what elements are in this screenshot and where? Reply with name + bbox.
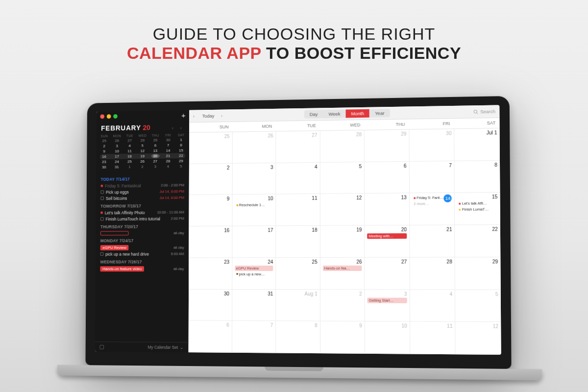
day-cell[interactable]: 26Hands-on fea… [320, 258, 365, 289]
day-cell[interactable]: 5 [320, 162, 365, 194]
view-week[interactable]: Week [323, 110, 345, 119]
day-cell[interactable]: 20Meeting with… [365, 225, 410, 257]
day-cell[interactable]: 11 [276, 194, 320, 225]
day-cell[interactable]: 24eGPU Reviewpick up a new… [232, 258, 276, 289]
day-cell[interactable]: 29 [365, 130, 410, 162]
day-cell[interactable]: 16 [189, 226, 232, 257]
day-cell[interactable]: 10Reschedule 1… [232, 195, 276, 226]
day-cell[interactable]: 3 [232, 163, 276, 195]
month-grid[interactable]: 252627282930Jul 12345678910Reschedule 1…… [189, 128, 501, 355]
day-cell[interactable]: 28 [410, 257, 455, 289]
day-cell[interactable]: 30 [409, 129, 455, 161]
search-input[interactable]: Search [473, 109, 495, 115]
day-cell[interactable]: 17 [232, 226, 276, 257]
prev-button[interactable]: ‹ [193, 113, 196, 119]
day-cell[interactable]: 15Let's talk Affi…Finish LumaT… [455, 193, 500, 224]
laptop-mockup: + FEBRUARY 20 ‹ › SUNMONTUEWEDTHUFRISAT … [85, 96, 512, 380]
day-cell[interactable]: 3Getting Start… [365, 290, 410, 321]
search-icon [473, 109, 478, 114]
day-cell[interactable]: 31 [232, 290, 276, 321]
day-cell[interactable]: 4 [410, 290, 456, 321]
close-icon[interactable] [100, 114, 104, 119]
day-cell[interactable]: 11 [410, 322, 456, 354]
calendar-app: + FEBRUARY 20 ‹ › SUNMONTUEWEDTHUFRISAT … [95, 105, 501, 354]
day-cell[interactable]: 4 [276, 163, 320, 194]
day-cell[interactable]: 8 [276, 321, 320, 353]
day-cell[interactable]: 23 [189, 258, 232, 289]
add-event-button[interactable]: + [181, 113, 186, 118]
day-cell[interactable]: 2 [189, 164, 233, 195]
today-button[interactable]: Today [198, 112, 218, 120]
day-cell[interactable]: 19 [320, 225, 365, 257]
day-cell[interactable]: 30 [189, 289, 232, 320]
day-cell[interactable]: 12 [456, 322, 501, 354]
day-cell[interactable]: 25 [189, 132, 233, 164]
day-cell[interactable]: 7 [232, 321, 276, 352]
day-cell[interactable]: 26 [232, 131, 276, 163]
day-cell[interactable]: 9 [189, 195, 233, 226]
agenda-list[interactable]: TODAY 7/14/17Friday 5: Fantastical2:00 -… [95, 172, 189, 343]
day-cell[interactable]: 5 [455, 290, 501, 321]
day-cell[interactable]: 6 [189, 321, 232, 352]
tasks-toggle-icon[interactable] [99, 344, 104, 349]
day-cell[interactable]: Aug 1 [276, 290, 320, 321]
mini-nav[interactable]: ‹ › [172, 125, 185, 130]
zoom-icon[interactable] [113, 114, 118, 119]
day-cell[interactable]: 13 [365, 194, 410, 225]
day-cell[interactable]: Jul 1 [455, 128, 500, 161]
mini-month-header: FEBRUARY 20 ‹ › [97, 120, 190, 133]
svg-point-0 [474, 110, 477, 113]
marketing-headline: GUIDE TO CHOOSING THE RIGHT CALENDAR APP… [0, 0, 588, 77]
day-cell[interactable]: 18 [276, 226, 320, 257]
day-cell[interactable]: 9 [320, 321, 365, 353]
sidebar: + FEBRUARY 20 ‹ › SUNMONTUEWEDTHUFRISAT … [95, 110, 190, 352]
day-cell[interactable]: 22 [455, 225, 501, 257]
day-cell[interactable]: 8 [455, 161, 500, 193]
minimize-icon[interactable] [107, 114, 111, 119]
next-button[interactable]: › [221, 113, 223, 119]
view-selector[interactable]: Day Week Month Year [304, 109, 390, 119]
view-year[interactable]: Year [369, 109, 390, 118]
day-cell[interactable]: 27 [276, 131, 320, 162]
day-cell[interactable]: 21 [410, 225, 455, 257]
day-cell[interactable]: 27 [365, 257, 410, 289]
chevron-down-icon: ⌄ [180, 345, 184, 350]
day-cell[interactable]: 7 [410, 161, 455, 193]
day-cell[interactable]: 6 [365, 162, 410, 194]
day-cell[interactable]: 12 [320, 194, 365, 225]
view-month[interactable]: Month [346, 109, 370, 118]
headline-accent: CALENDAR APP [127, 44, 261, 62]
headline-line1: GUIDE TO CHOOSING THE RIGHT [10, 24, 578, 44]
view-day[interactable]: Day [304, 110, 323, 118]
day-cell[interactable]: 10 [365, 321, 410, 353]
day-cell[interactable]: 25 [276, 258, 320, 289]
day-cell[interactable]: 28 [320, 130, 365, 162]
day-cell[interactable]: 29 [455, 257, 501, 289]
svg-line-1 [477, 113, 478, 114]
day-cell[interactable]: 14Friday 5: Fant…2 more… [410, 193, 455, 225]
day-cell[interactable]: 2 [320, 290, 365, 321]
main-calendar: ‹ Today › Day Week Month Year Search [189, 105, 501, 354]
sidebar-footer[interactable]: My Calendar Set ⌄ [95, 342, 189, 352]
mini-calendar[interactable]: SUNMONTUEWEDTHUFRISAT 252627282930123456… [96, 132, 189, 173]
headline-line2: CALENDAR APP TO BOOST EFFICIENCY [10, 44, 578, 63]
